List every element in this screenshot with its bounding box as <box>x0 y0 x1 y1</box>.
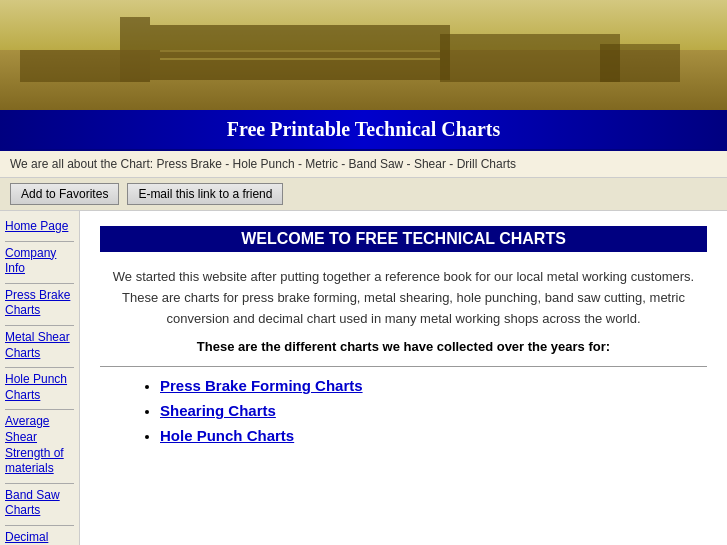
charts-list: Press Brake Forming Charts Shearing Char… <box>100 377 707 444</box>
press-brake-link[interactable]: Press Brake Forming Charts <box>160 377 363 394</box>
sidebar-item-press-brake[interactable]: Press Brake Charts <box>5 288 74 319</box>
site-title-text: Free Printable Technical Charts <box>227 118 501 140</box>
sidebar-divider-4 <box>5 367 74 368</box>
intro-text: We started this website after putting to… <box>100 267 707 329</box>
list-item: Shearing Charts <box>160 402 707 419</box>
sidebar-item-band-saw[interactable]: Band Saw Charts <box>5 488 74 519</box>
sidebar-item-home[interactable]: Home Page <box>5 219 74 235</box>
sidebar-item-avg-shear[interactable]: Average Shear Strength of materials <box>5 414 74 476</box>
main-content: WELCOME TO FREE TECHNICAL CHARTS We star… <box>80 211 727 545</box>
sidebar-divider-6 <box>5 483 74 484</box>
hole-punch-link[interactable]: Hole Punch Charts <box>160 427 294 444</box>
main-layout: Home Page Company Info Press Brake Chart… <box>0 211 727 545</box>
sidebar-divider-3 <box>5 325 74 326</box>
content-divider <box>100 366 707 367</box>
sidebar-item-metal-shear[interactable]: Metal Shear Charts <box>5 330 74 361</box>
add-favorites-button[interactable]: Add to Favorites <box>10 183 119 205</box>
sidebar-divider-1 <box>5 241 74 242</box>
sidebar-item-decimal[interactable]: Decimal Conversion Charts <box>5 530 74 545</box>
action-buttons-bar: Add to Favorites E-mail this link to a f… <box>0 178 727 211</box>
charts-intro-text: These are the different charts we have c… <box>100 339 707 354</box>
sidebar-divider-2 <box>5 283 74 284</box>
shearing-link[interactable]: Shearing Charts <box>160 402 276 419</box>
welcome-title: WELCOME TO FREE TECHNICAL CHARTS <box>100 226 707 252</box>
header-image <box>0 0 727 110</box>
sidebar-item-hole-punch[interactable]: Hole Punch Charts <box>5 372 74 403</box>
site-title: Free Printable Technical Charts <box>0 110 727 149</box>
sidebar-item-company[interactable]: Company Info <box>5 246 74 277</box>
sidebar-divider-7 <box>5 525 74 526</box>
sidebar-divider-5 <box>5 409 74 410</box>
email-link-button[interactable]: E-mail this link to a friend <box>127 183 283 205</box>
list-item: Hole Punch Charts <box>160 427 707 444</box>
nav-tagline: We are all about the Chart: Press Brake … <box>0 149 727 178</box>
sidebar: Home Page Company Info Press Brake Chart… <box>0 211 80 545</box>
list-item: Press Brake Forming Charts <box>160 377 707 394</box>
